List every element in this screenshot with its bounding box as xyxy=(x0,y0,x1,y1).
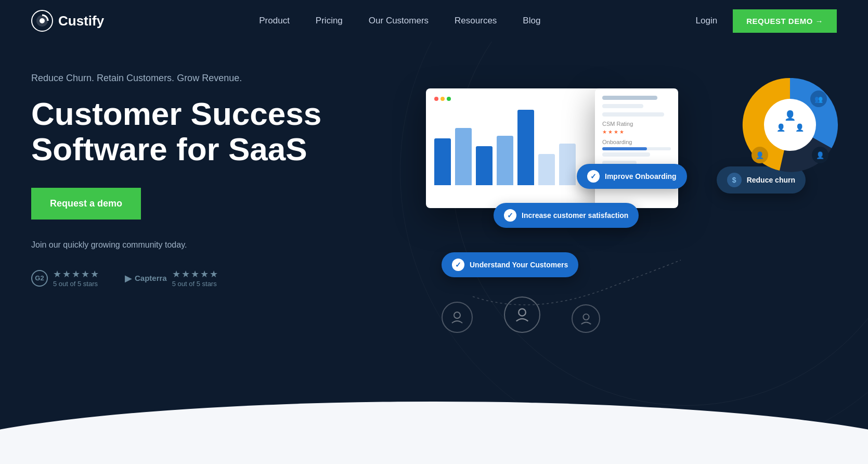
customer-avatars xyxy=(442,297,600,333)
dot-red xyxy=(434,97,438,101)
nav-blog[interactable]: Blog xyxy=(523,16,540,26)
request-demo-button[interactable]: REQUEST DEMO → xyxy=(733,9,837,33)
side-panel: CSM Rating ★ ★ ★ ★ Onboarding xyxy=(595,88,678,208)
badge-satisfaction: ✓ Increase customer satisfaction xyxy=(494,203,639,228)
hero-tagline: Reduce Churn. Retain Customers. Grow Rev… xyxy=(31,73,343,84)
login-link[interactable]: Login xyxy=(696,16,718,26)
svg-text:👤: 👤 xyxy=(776,123,786,132)
satisfaction-label: Increase customer satisfaction xyxy=(522,211,628,220)
reduce-churn-label: Reduce churn xyxy=(747,176,795,184)
chart-bar xyxy=(476,146,493,185)
nav-pricing[interactable]: Pricing xyxy=(316,16,343,26)
svg-text:👤: 👤 xyxy=(784,110,796,121)
onboarding-check-icon: ✓ xyxy=(587,170,600,183)
panel-stars: ★ ★ ★ ★ xyxy=(602,129,671,135)
svg-text:👤: 👤 xyxy=(795,123,805,132)
hero-visual: CSM Rating ★ ★ ★ ★ Onboarding ✓ Increase… xyxy=(400,73,868,437)
chart-bars xyxy=(434,107,594,185)
avatar-2 xyxy=(504,297,540,333)
hero-title-line1: Customer Success xyxy=(31,96,321,132)
navbar: Custify Product Pricing Our Customers Re… xyxy=(0,0,868,42)
chart-bar xyxy=(434,138,451,185)
pie-svg: 👤 👤 👤 👥 👤 👤 xyxy=(738,73,842,177)
svg-point-14 xyxy=(519,309,526,316)
review-g2: G2 ★ ★ ★ ★ ★ 5 out of 5 stars xyxy=(31,268,99,288)
svg-point-13 xyxy=(454,312,460,318)
card-window-controls xyxy=(434,97,594,101)
satisfaction-check-icon: ✓ xyxy=(504,209,516,222)
nav-links: Product Pricing Our Customers Resources … xyxy=(259,16,540,26)
csm-rating-label: CSM Rating xyxy=(602,121,671,127)
svg-point-3 xyxy=(764,99,816,151)
onboarding-label: Improve Onboarding xyxy=(605,172,677,181)
svg-text:👤: 👤 xyxy=(756,151,765,160)
chart-bar xyxy=(517,110,534,185)
hero-community-text: Join our quickly growing community today… xyxy=(31,240,343,250)
badge-onboarding: ✓ Improve Onboarding xyxy=(577,164,687,189)
nav-actions: Login REQUEST DEMO → xyxy=(696,9,837,33)
understand-check-icon: ✓ xyxy=(452,259,464,271)
svg-point-2 xyxy=(40,18,45,23)
onboarding-progress-fill xyxy=(602,147,647,150)
logo[interactable]: Custify xyxy=(31,10,104,32)
dot-green xyxy=(447,97,451,101)
capterra-review-text: 5 out of 5 stars xyxy=(172,280,218,288)
dot-yellow xyxy=(441,97,445,101)
hero-section: Reduce Churn. Retain Customers. Grow Rev… xyxy=(0,42,868,464)
chart-bar xyxy=(497,136,513,185)
onboarding-progress xyxy=(602,147,671,150)
understand-label: Understand Your Customers xyxy=(470,261,568,269)
review-capterra: ▶ Capterra ★ ★ ★ ★ ★ 5 out of 5 stars xyxy=(125,268,218,288)
svg-text:👤: 👤 xyxy=(816,151,825,160)
capterra-logo: ▶ Capterra xyxy=(125,273,167,284)
onboarding-label: Onboarding xyxy=(602,139,671,145)
hero-content: Reduce Churn. Retain Customers. Grow Rev… xyxy=(31,73,343,288)
hero-title: Customer Success Software for SaaS xyxy=(31,96,343,167)
dashboard-card xyxy=(426,88,603,208)
g2-stars: ★ ★ ★ ★ ★ xyxy=(53,268,99,280)
chart-bar xyxy=(538,154,555,185)
hero-title-line2: Software for SaaS xyxy=(31,131,307,167)
svg-text:👥: 👥 xyxy=(814,95,823,104)
svg-point-15 xyxy=(583,314,589,319)
logo-text: Custify xyxy=(58,13,104,29)
g2-review-text: 5 out of 5 stars xyxy=(53,280,99,288)
reviews-row: G2 ★ ★ ★ ★ ★ 5 out of 5 stars ▶ Capterra xyxy=(31,268,343,288)
avatar-1 xyxy=(442,302,473,333)
chart-bar xyxy=(455,128,472,185)
nav-our-customers[interactable]: Our Customers xyxy=(369,16,429,26)
avatar-3 xyxy=(572,304,600,333)
nav-resources[interactable]: Resources xyxy=(455,16,497,26)
chart-bar xyxy=(559,144,576,185)
hero-cta-button[interactable]: Request a demo xyxy=(31,188,141,220)
logo-icon xyxy=(31,10,53,32)
capterra-stars: ★ ★ ★ ★ ★ xyxy=(172,268,218,280)
g2-logo: G2 xyxy=(31,270,48,287)
pie-chart: 👤 👤 👤 👥 👤 👤 xyxy=(738,73,842,177)
badge-understand: ✓ Understand Your Customers xyxy=(442,252,578,277)
nav-product[interactable]: Product xyxy=(259,16,290,26)
